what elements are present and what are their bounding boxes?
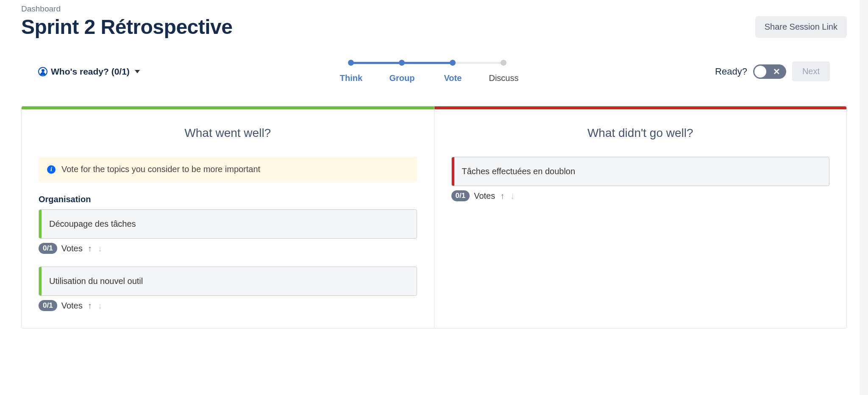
info-message: Vote for the topics you consider to be m… <box>61 164 260 174</box>
card-accent <box>452 157 454 186</box>
step-label: Discuss <box>489 73 518 83</box>
downvote-arrow-icon[interactable]: ↓ <box>97 244 103 253</box>
info-icon: i <box>47 165 56 174</box>
retro-columns: What went well? i Vote for the topics yo… <box>21 106 847 328</box>
step-bar <box>453 62 504 64</box>
header-row: Sprint 2 Rétrospective Share Session Lin… <box>21 15 847 39</box>
votes-label: Votes <box>61 301 83 311</box>
upvote-arrow-icon[interactable]: ↑ <box>87 244 93 253</box>
step-dot-icon <box>501 60 506 66</box>
vote-badge: 0/1 <box>451 190 470 201</box>
ready-toggle[interactable]: ✕ <box>753 64 786 79</box>
controls-row: Who's ready? (0/1) Think Group Vote Di <box>21 60 847 83</box>
retro-card[interactable]: Découpage des tâches <box>39 209 417 239</box>
group-heading: Organisation <box>39 195 417 204</box>
retro-card[interactable]: Tâches effectuées en doublon <box>451 157 830 186</box>
upvote-arrow-icon[interactable]: ↑ <box>499 191 505 201</box>
info-banner: i Vote for the topics you consider to be… <box>39 157 417 182</box>
column-stripe <box>22 106 434 109</box>
column-didnt-go-well: What didn't go well? Tâches effectuées e… <box>434 106 847 328</box>
vote-badge: 0/1 <box>39 243 57 254</box>
step-label: Think <box>340 73 362 83</box>
toggle-knob <box>754 66 766 78</box>
column-title: What went well? <box>22 126 434 140</box>
column-title: What didn't go well? <box>434 126 847 140</box>
vote-badge: 0/1 <box>39 300 57 311</box>
share-session-button[interactable]: Share Session Link <box>755 16 847 38</box>
vote-row: 0/1 Votes ↑ ↓ <box>451 190 830 201</box>
step-dot-icon <box>348 60 354 66</box>
whos-ready-label: Who's ready? (0/1) <box>51 67 130 77</box>
column-stripe <box>434 106 847 109</box>
whos-ready-dropdown[interactable]: Who's ready? (0/1) <box>38 67 140 77</box>
step-bar <box>351 62 402 64</box>
user-icon <box>38 67 47 76</box>
step-dot-icon <box>399 60 405 66</box>
vote-row: 0/1 Votes ↑ ↓ <box>39 243 417 254</box>
card-accent <box>39 267 42 295</box>
page-title: Sprint 2 Rétrospective <box>21 15 232 39</box>
card-text: Utilisation du nouvel outil <box>49 276 143 286</box>
step-dot-icon <box>450 60 456 66</box>
retro-card[interactable]: Utilisation du nouvel outil <box>39 267 417 296</box>
step-think[interactable]: Think <box>326 60 376 83</box>
card-accent <box>39 210 42 238</box>
downvote-arrow-icon[interactable]: ↓ <box>509 191 515 201</box>
votes-label: Votes <box>474 191 495 201</box>
progress-stepper: Think Group Vote Discuss <box>326 60 529 83</box>
vote-row: 0/1 Votes ↑ ↓ <box>39 300 417 311</box>
step-bar <box>402 62 453 64</box>
votes-label: Votes <box>61 244 83 253</box>
next-button[interactable]: Next <box>792 61 830 81</box>
right-controls: Ready? ✕ Next <box>715 61 830 81</box>
step-label: Vote <box>444 73 462 83</box>
card-text: Découpage des tâches <box>49 219 136 228</box>
breadcrumb[interactable]: Dashboard <box>21 4 847 14</box>
card-text: Tâches effectuées en doublon <box>462 167 576 176</box>
scrollbar-track[interactable] <box>860 0 868 395</box>
close-icon: ✕ <box>773 67 780 77</box>
column-went-well: What went well? i Vote for the topics yo… <box>22 106 434 328</box>
upvote-arrow-icon[interactable]: ↑ <box>87 301 93 311</box>
ready-label: Ready? <box>715 66 747 77</box>
step-label: Group <box>389 73 415 83</box>
downvote-arrow-icon[interactable]: ↓ <box>97 301 103 311</box>
chevron-down-icon <box>135 70 140 73</box>
